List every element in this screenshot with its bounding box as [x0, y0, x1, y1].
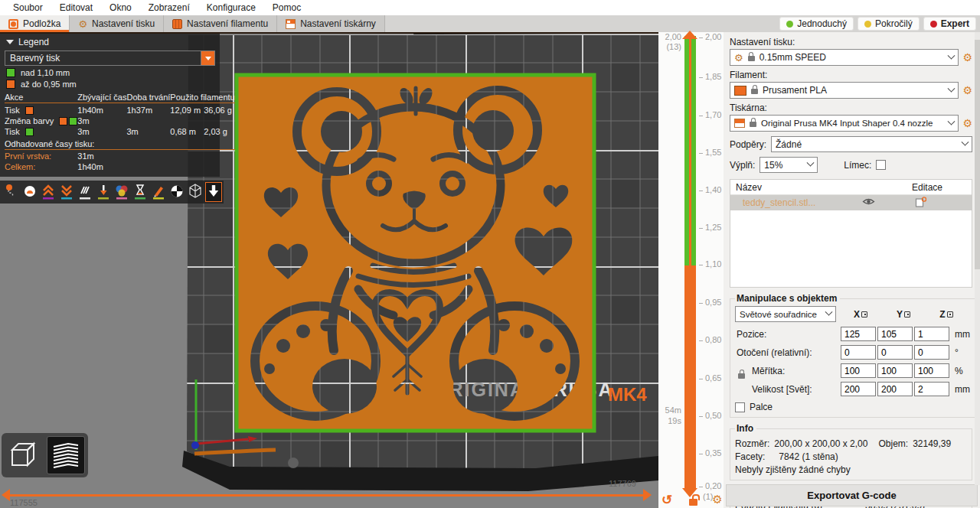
undo-icon[interactable]: ↺ [662, 493, 672, 506]
printer-gear-button[interactable]: ⚙ [962, 117, 972, 129]
travel-paths-icon[interactable] [3, 182, 20, 202]
hslider-left-handle[interactable] [2, 489, 10, 501]
menu-soubor[interactable]: Soubor [5, 1, 51, 15]
print-settings-gear-button[interactable]: ⚙ [962, 51, 972, 64]
slider-time-label: 19s [658, 416, 681, 425]
position-z-field[interactable] [914, 327, 949, 341]
rotation-y-field[interactable] [877, 345, 913, 360]
seams-icon[interactable] [77, 182, 93, 202]
tick-label: 0,80 [699, 335, 721, 344]
eye-icon[interactable] [862, 197, 875, 208]
pause-prints-icon[interactable] [132, 182, 149, 202]
menu-pomoc[interactable]: Pomoc [264, 1, 309, 15]
print-settings-combo[interactable]: ⚙ 0.15mm SPEED [730, 49, 959, 66]
green-dot-icon [786, 21, 793, 28]
row-action: Tisk [5, 127, 20, 136]
sidebar-scrollbar[interactable] [975, 32, 980, 485]
row-used-m: 12,09 m [170, 105, 204, 116]
sliced-object-stencil[interactable] [237, 75, 594, 431]
tab-printer-settings[interactable]: Nastavení tiskárny [277, 15, 385, 32]
tick-label: 2,00 [699, 32, 721, 41]
menu-konfigurace[interactable]: Konfigurace [198, 1, 264, 15]
mode-switcher: Jednoduchý Pokročilý Expert [779, 16, 976, 31]
3d-editor-view-button[interactable] [5, 436, 43, 474]
col-doba: Doba trvání [126, 92, 170, 103]
brim-checkbox[interactable] [876, 160, 886, 170]
layer-slider-track-orange[interactable] [684, 265, 696, 489]
printer-combo[interactable]: Original Prusa MK4 Input Shaper 0.4 nozz… [730, 115, 959, 132]
scale-label: Měřítka: [735, 366, 841, 376]
center-of-gravity-icon[interactable] [168, 182, 185, 202]
orange-swatch-icon [59, 117, 67, 125]
tick-label: 1,55 [699, 148, 721, 157]
layer-slider-top-handle[interactable] [682, 31, 697, 39]
mode-expert-button[interactable]: Expert [923, 17, 976, 31]
bed-logo-mk4: MK4 [608, 384, 647, 405]
rotation-x-field[interactable] [841, 345, 876, 360]
menu-zobrazeni[interactable]: Zobrazení [140, 1, 198, 15]
preview-view-button[interactable] [47, 436, 85, 474]
color-changes-icon[interactable] [113, 182, 130, 202]
retractions-icon[interactable] [40, 182, 57, 202]
edit-object-icon[interactable] [915, 197, 926, 210]
coordinates-combo[interactable]: Světové souřadnice [735, 306, 836, 322]
tab-plater[interactable]: Podložka [0, 15, 70, 32]
scale-y-field[interactable] [877, 363, 913, 378]
filament-combo[interactable]: Prusament PLA [730, 82, 959, 99]
size-z-field[interactable] [914, 382, 949, 396]
row-used-m: 0,68 m [170, 126, 204, 137]
estimate-row: Celkem: 1h40m [5, 161, 235, 172]
custom-gcode-icon[interactable] [150, 182, 167, 202]
dropdown-button[interactable] [201, 51, 214, 65]
axis-box-icon [904, 311, 910, 318]
horizontal-move-slider[interactable] [9, 494, 643, 497]
filament-gear-button[interactable]: ⚙ [962, 84, 972, 96]
position-y-field[interactable] [877, 327, 913, 341]
info-title: Info [735, 423, 756, 434]
wipe-icon[interactable] [21, 182, 38, 202]
hslider-right-handle[interactable] [643, 489, 652, 501]
row-remaining: 3m [77, 126, 126, 137]
shells-icon[interactable] [187, 182, 204, 202]
layer-slider-track-green[interactable] [684, 36, 696, 265]
object-manipulation-group: Manipulace s objektem Světové souřadnice… [730, 293, 978, 418]
tab-filament-settings[interactable]: Nastavení filamentu [164, 15, 277, 32]
mode-advanced-button[interactable]: Pokročilý [858, 17, 920, 31]
position-x-field[interactable] [841, 327, 876, 341]
row-action: Tisk [5, 106, 20, 115]
uniform-scale-lock-icon[interactable] [738, 373, 745, 379]
tab-print-settings[interactable]: ⚙ Nastavení tisku [70, 15, 164, 32]
scale-x-field[interactable] [841, 363, 876, 378]
rotation-z-field[interactable] [914, 345, 949, 360]
legend-header[interactable]: Legend [5, 36, 215, 50]
print-head-icon[interactable] [205, 182, 222, 202]
table-row: Tisk 1h40m 1h37m 12,09 m 36,06 g [5, 105, 235, 116]
scale-z-field[interactable] [914, 363, 949, 378]
supports-combo[interactable]: Žádné [771, 136, 972, 152]
tab-printer-settings-label: Nastavení tiskárny [300, 18, 376, 29]
slider-gear-icon[interactable]: ⚙ [712, 493, 722, 506]
mode-simple-button[interactable]: Jednoduchý [779, 17, 854, 31]
chevron-down-icon [962, 138, 969, 146]
size-y-field[interactable] [877, 382, 913, 396]
orange-swatch-icon [6, 80, 15, 89]
infill-label: Výplň: [730, 160, 755, 171]
coordinates-value: Světové souřadnice [740, 310, 817, 319]
object-row-teddy-stencil[interactable]: teddy_stencil.stl... [730, 195, 972, 210]
scrollbar-thumb[interactable] [975, 40, 980, 269]
menu-editovat[interactable]: Editovat [51, 1, 101, 15]
menu-okno[interactable]: Okno [101, 1, 140, 15]
plater-icon [8, 19, 18, 29]
volume-value: 32149,39 [913, 438, 951, 449]
chevron-down-icon [948, 117, 956, 125]
tool-position-icon[interactable] [95, 182, 112, 202]
view-type-combo[interactable]: Barevný tisk [5, 50, 215, 66]
size-x-field[interactable] [841, 382, 876, 396]
deretractions-icon[interactable] [58, 182, 75, 202]
chevron-down-icon [807, 159, 815, 167]
inches-checkbox[interactable] [735, 402, 745, 412]
export-gcode-button[interactable]: Exportovat G-code [726, 484, 978, 506]
print-settings-label: Nastavení tisku: [730, 37, 972, 47]
infill-combo[interactable]: 15% [760, 157, 818, 173]
unlock-icon[interactable] [689, 499, 697, 506]
